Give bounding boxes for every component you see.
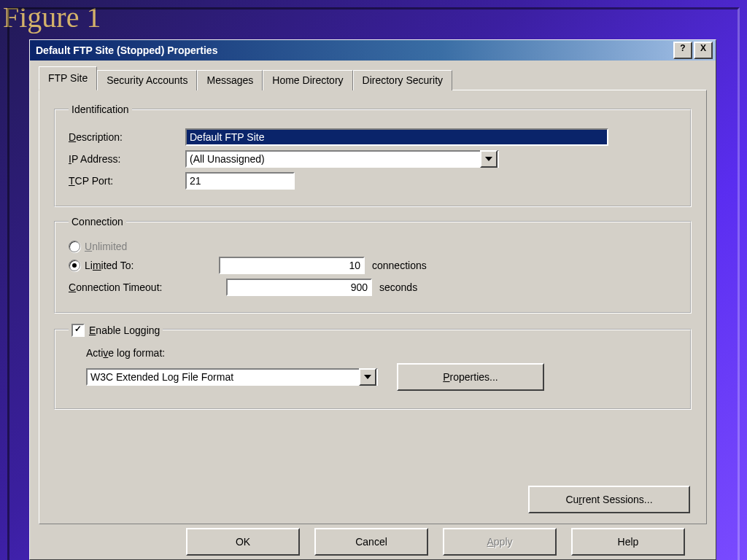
titlebar: Default FTP Site (Stopped) Properties ? … [30,40,716,61]
tcp-port-input[interactable] [185,172,295,190]
context-help-button[interactable]: ? [673,42,692,59]
dropdown-button[interactable] [480,150,498,168]
tcp-port-label: TCP Port: [69,175,185,187]
checkbox-icon: ✓ [71,324,85,337]
connections-suffix: connections [372,260,427,271]
current-sessions-button[interactable]: Current Sessions... [528,486,690,513]
connection-timeout-input[interactable] [226,279,372,296]
logging-group: ✓ Enable Logging Active log format: W3C … [54,322,692,410]
active-log-format-label: Active log format: [86,347,677,359]
dropdown-button[interactable] [359,368,376,386]
connection-timeout-label: Connection Timeout: [69,281,226,293]
apply-button[interactable]: Apply [443,528,557,556]
log-format-combo[interactable]: W3C Extended Log File Format [86,368,378,386]
identification-group: Identification Description: IP Address: … [54,104,692,207]
tab-ftp-site[interactable]: FTP Site [39,66,97,90]
properties-dialog: Default FTP Site (Stopped) Properties ? … [29,39,716,560]
identification-legend: Identification [69,104,132,115]
tab-messages[interactable]: Messages [197,70,263,90]
chevron-down-icon [485,157,492,161]
chevron-down-icon [364,375,371,379]
ip-address-label: IP Address: [69,153,185,165]
ok-button[interactable]: OK [186,528,300,556]
description-label: Description: [69,131,185,143]
radio-icon [69,241,80,252]
connection-legend: Connection [69,216,126,228]
cancel-button[interactable]: Cancel [314,528,428,556]
radio-icon [69,260,80,271]
tab-strip: FTP Site Security Accounts Messages Home… [39,68,707,90]
close-button[interactable]: X [694,42,713,59]
dialog-button-row: OK Cancel Apply Help [39,524,707,559]
tab-security-accounts[interactable]: Security Accounts [97,70,197,90]
max-connections-input[interactable] [219,257,365,274]
help-button[interactable]: Help [571,528,685,556]
enable-logging-checkbox[interactable]: ✓ Enable Logging [71,324,160,337]
tab-directory-security[interactable]: Directory Security [353,70,452,90]
unlimited-radio: Unlimited [69,241,127,252]
ip-address-combo[interactable]: (All Unassigned) [185,150,499,168]
log-format-value: W3C Extended Log File Format [90,371,233,383]
seconds-suffix: seconds [379,281,417,293]
tab-home-directory[interactable]: Home Directory [263,70,352,90]
ip-address-value: (All Unassigned) [190,153,265,165]
limited-to-radio[interactable]: Limited To: [69,260,212,271]
log-properties-button[interactable]: Properties... [397,363,544,391]
connection-group: Connection Unlimited Limited To: [54,216,692,314]
figure-title: Figure 1 [3,0,101,34]
window-title: Default FTP Site (Stopped) Properties [36,44,217,56]
tab-panel-ftp-site: Identification Description: IP Address: … [39,90,707,524]
description-input[interactable] [185,128,608,146]
